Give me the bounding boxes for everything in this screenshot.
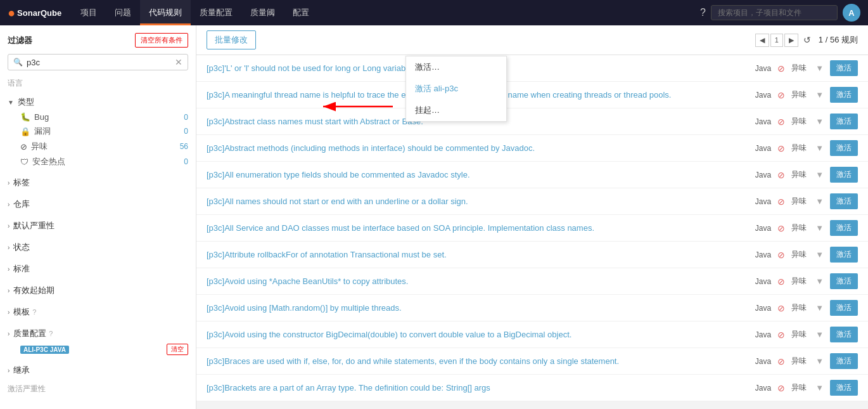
activate-button[interactable]: 激活: [830, 273, 858, 289]
rule-title[interactable]: [p3c]Braces are used with if, else, for,…: [207, 356, 739, 366]
activate-button[interactable]: 激活: [830, 220, 858, 236]
template-section-header[interactable]: › 模板 ?: [8, 304, 188, 320]
rule-filter-icon[interactable]: ▼: [815, 250, 824, 259]
search-clear-icon[interactable]: ✕: [175, 57, 182, 67]
rule-title[interactable]: [p3c]Brackets are a part of an Array typ…: [207, 383, 739, 393]
rule-filter-icon[interactable]: ▼: [815, 90, 824, 100]
hotspot-count: 0: [184, 157, 188, 166]
table-row: [p3c]Attribute rollbackFor of annotation…: [196, 242, 868, 268]
nav-projects[interactable]: 项目: [72, 0, 106, 25]
type-smell-row[interactable]: ⊘ 异味 56: [8, 139, 188, 154]
rule-lang: Java: [746, 384, 771, 393]
clear-all-button[interactable]: 清空所有条件: [135, 33, 188, 48]
standard-section-header[interactable]: › 标准: [8, 261, 188, 277]
inherit-section-header[interactable]: › 继承: [8, 362, 188, 379]
activate-button[interactable]: 激活: [830, 327, 858, 342]
sidebar: 过滤器 清空所有条件 🔍 ✕ 语言 ▼ 类型 🐛 Bug 0: [0, 25, 196, 409]
rule-title[interactable]: [p3c]Avoid using the constructor BigDeci…: [207, 330, 739, 339]
severity-section-header[interactable]: › 默认严重性: [8, 217, 188, 234]
refresh-icon[interactable]: ↺: [803, 35, 811, 45]
pager-first-button[interactable]: 1: [770, 34, 783, 47]
effective-date-chevron-icon: ›: [8, 287, 10, 294]
rule-count: 1 / 56 规则: [819, 34, 858, 46]
rule-type-icon: ⊘: [777, 383, 785, 393]
rule-filter-icon[interactable]: ▼: [815, 143, 824, 153]
hotspot-icon: 🛡: [20, 157, 29, 167]
activate-button[interactable]: 激活: [830, 167, 858, 183]
rule-filter-icon[interactable]: ▼: [815, 170, 824, 179]
rule-title[interactable]: [p3c]All enumeration type fields should …: [207, 170, 739, 179]
rule-title[interactable]: [p3c]All names should not start or end w…: [207, 197, 739, 206]
nav-quality-gates[interactable]: 质量阈: [241, 0, 284, 25]
nav-issues[interactable]: 问题: [106, 0, 140, 25]
rule-filter-icon[interactable]: ▼: [815, 330, 824, 339]
rule-type-icon: ⊘: [777, 117, 785, 127]
rule-lang: Java: [746, 171, 771, 179]
rule-title[interactable]: [p3c]Avoid using [Math.random()] by mult…: [207, 303, 739, 313]
bulk-modify-button[interactable]: 批量修改: [207, 30, 256, 49]
type-hotspot-row[interactable]: 🛡 安全热点 0: [8, 154, 188, 169]
rule-type-label: 异味: [791, 169, 809, 180]
rule-filter-icon[interactable]: ▼: [815, 356, 824, 366]
nav-quality-profiles[interactable]: 质量配置: [191, 0, 241, 25]
activate-button[interactable]: 激活: [830, 140, 858, 156]
effective-date-section-header[interactable]: › 有效起始期: [8, 282, 188, 299]
smell-icon: ⊘: [20, 142, 27, 152]
rule-filter-icon[interactable]: ▼: [815, 276, 824, 286]
rule-title[interactable]: [p3c]Attribute rollbackFor of annotation…: [207, 250, 739, 259]
rule-title[interactable]: [p3c]Avoid using *Apache BeanUtils* to c…: [207, 276, 739, 286]
rule-type-label: 异味: [791, 276, 809, 287]
rule-type-icon: ⊘: [777, 303, 785, 313]
table-row: [p3c]Avoid using *Apache BeanUtils* to c…: [196, 268, 868, 295]
rule-title[interactable]: [p3c]All Service and DAO classes must be…: [207, 223, 739, 233]
activate-button[interactable]: 激活: [830, 114, 858, 129]
activate-button[interactable]: 激活: [830, 87, 858, 103]
nav-rules[interactable]: 代码规则: [140, 0, 191, 25]
tag-section-header[interactable]: › 标签: [8, 174, 188, 191]
content-header: 批量修改 ◀ 1 ▶ ↺ 1 / 56 规则: [196, 25, 868, 55]
table-row: [p3c]Abstract methods (including methods…: [196, 135, 868, 162]
activate-button[interactable]: 激活: [830, 247, 858, 263]
rule-title[interactable]: [p3c]Abstract methods (including methods…: [207, 143, 739, 153]
type-bug-row[interactable]: 🐛 Bug 0: [8, 110, 188, 124]
pager-next-button[interactable]: ▶: [784, 34, 798, 47]
logo-label: SonarQube: [17, 8, 61, 18]
quality-config-section-header[interactable]: › 质量配置 ?: [8, 325, 188, 342]
standard-chevron-icon: ›: [8, 266, 10, 273]
table-row: [p3c]Braces are used with if, else, for,…: [196, 348, 868, 375]
inherit-chevron-icon: ›: [8, 367, 10, 374]
avatar[interactable]: A: [843, 4, 860, 22]
rule-filter-icon[interactable]: ▼: [815, 63, 824, 73]
table-row: [p3c]'L' or 'l' should not be used for l…: [196, 55, 868, 82]
standard-label: 标准: [13, 263, 30, 275]
lang-filter-label: 语言: [8, 78, 188, 89]
rule-filter-icon[interactable]: ▼: [815, 117, 824, 126]
pager-prev-button[interactable]: ◀: [755, 34, 769, 47]
help-icon[interactable]: ?: [695, 7, 711, 18]
type-section-header[interactable]: ▼ 类型: [8, 94, 188, 110]
activate-button[interactable]: 激活: [830, 300, 858, 316]
rule-filter-icon[interactable]: ▼: [815, 197, 824, 206]
rule-lang: Java: [746, 330, 771, 339]
filter-search-input[interactable]: [27, 58, 175, 67]
activate-button[interactable]: 激活: [830, 380, 858, 396]
type-vuln-row[interactable]: 🔒 漏洞 0: [8, 124, 188, 139]
status-section-header[interactable]: › 状态: [8, 239, 188, 256]
dropdown-activate-ali-p3c[interactable]: 激活 ali-p3c: [406, 78, 506, 100]
activate-button[interactable]: 激活: [830, 193, 858, 209]
rule-lang: Java: [746, 250, 771, 259]
global-search-input[interactable]: [711, 5, 838, 20]
bug-count: 0: [184, 113, 188, 122]
activate-button[interactable]: 激活: [830, 60, 858, 76]
repo-section-header[interactable]: › 仓库: [8, 196, 188, 212]
quality-config-clear-button[interactable]: 清空: [167, 344, 188, 355]
dropdown-suspend[interactable]: 挂起…: [406, 100, 506, 121]
rule-filter-icon[interactable]: ▼: [815, 223, 824, 233]
dropdown-activate[interactable]: 激活…: [406, 56, 506, 78]
rule-filter-icon[interactable]: ▼: [815, 383, 824, 393]
activate-button[interactable]: 激活: [830, 353, 858, 369]
rule-filter-icon[interactable]: ▼: [815, 303, 824, 313]
bug-icon: 🐛: [20, 112, 30, 122]
logo[interactable]: ● SonarQube: [8, 6, 61, 20]
nav-config[interactable]: 配置: [284, 0, 318, 25]
